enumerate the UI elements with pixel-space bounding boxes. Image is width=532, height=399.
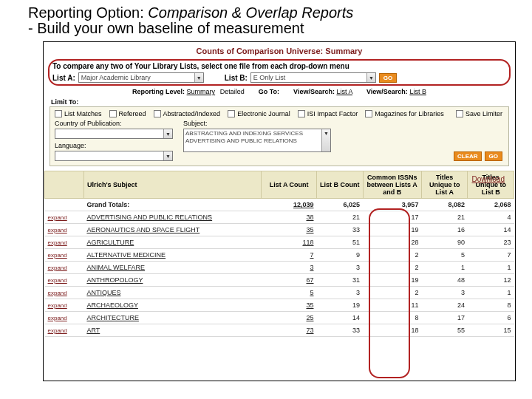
chevron-down-icon: ▼ xyxy=(163,151,172,160)
chk-save-limiter[interactable]: Save Limiter xyxy=(456,110,502,117)
chk-refereed[interactable]: Refereed xyxy=(109,110,146,117)
checkbox-icon xyxy=(365,110,372,117)
checkbox-icon xyxy=(298,110,305,117)
expand-link[interactable]: expand xyxy=(45,224,84,236)
compare-bar: To compare any two of Your Library Lists… xyxy=(48,59,511,86)
unique-b-count: 1 xyxy=(468,262,514,274)
goto-label: Go To: xyxy=(259,88,279,95)
table-row: expandART7333185515 xyxy=(45,324,514,337)
unique-b-count: 6 xyxy=(468,312,514,324)
title-prefix: Reporting Option: xyxy=(28,4,148,21)
expand-link[interactable]: expand xyxy=(45,299,84,312)
expand-link[interactable]: expand xyxy=(45,287,84,299)
go-button[interactable]: GO xyxy=(379,73,397,83)
list-a-count[interactable]: 35 xyxy=(262,224,317,236)
download-link[interactable]: Download xyxy=(472,175,505,183)
clear-button[interactable]: CLEAR xyxy=(454,151,482,161)
subject-cell[interactable]: AGRICULTURE xyxy=(83,236,262,249)
chk-list-matches[interactable]: List Matches xyxy=(55,110,102,117)
chk-magazines[interactable]: Magazines for Libraries xyxy=(365,110,444,117)
unique-a-count: 5 xyxy=(421,249,468,262)
list-b-label: List B: xyxy=(225,74,248,82)
table-row: expandADVERTISING AND PUBLIC RELATIONS38… xyxy=(45,211,514,224)
expand-link[interactable]: expand xyxy=(45,274,84,287)
list-a-count[interactable]: 118 xyxy=(262,236,317,249)
common-count: 19 xyxy=(363,274,421,287)
col-list-b[interactable]: List B Count xyxy=(316,171,363,199)
subject-cell[interactable]: ART xyxy=(83,324,262,337)
results-table: Ulrich's Subject List A Count List B Cou… xyxy=(44,171,514,337)
expand-link[interactable]: expand xyxy=(45,249,84,262)
list-a-count[interactable]: 35 xyxy=(262,299,317,312)
subject-cell[interactable]: ARCHAEOLOGY xyxy=(83,299,262,312)
list-a-count[interactable]: 38 xyxy=(262,211,317,224)
list-b-count: 19 xyxy=(316,299,363,312)
list-a-count[interactable]: 25 xyxy=(262,312,317,324)
table-row: expandARCHITECTURE25148176 xyxy=(45,312,514,324)
grand-totals-row: Grand Totals: 12,039 6,025 3,957 8,082 2… xyxy=(45,199,514,211)
common-count: 2 xyxy=(363,287,421,299)
subject-cell[interactable]: ADVERTISING AND PUBLIC RELATIONS xyxy=(83,211,262,224)
chk-ejournal[interactable]: Electronic Journal xyxy=(228,110,290,117)
list-b-count: 33 xyxy=(316,224,363,236)
list-b-count: 21 xyxy=(316,211,363,224)
expand-link[interactable]: expand xyxy=(45,211,84,224)
language-select[interactable]: ▼ xyxy=(55,151,173,161)
list-a-label: List A: xyxy=(52,74,75,82)
list-a-count[interactable]: 67 xyxy=(262,274,317,287)
checkbox-icon xyxy=(228,110,235,117)
checkbox-icon xyxy=(154,110,161,117)
chk-abstracted[interactable]: Abstracted/Indexed xyxy=(154,110,221,117)
reporting-level-detailed[interactable]: Detailed xyxy=(220,88,245,95)
list-b-select[interactable]: E Only List ▼ xyxy=(250,72,376,83)
unique-a-count: 90 xyxy=(421,236,468,249)
chk-isi-impact[interactable]: ISI Impact Factor xyxy=(298,110,358,117)
reporting-level-line: Reporting Level: Summary Detailed Go To:… xyxy=(44,88,515,95)
list-a-count[interactable]: 3 xyxy=(262,262,317,274)
unique-b-count: 23 xyxy=(468,236,514,249)
limit-to-label: Limit To: xyxy=(44,97,515,106)
unique-a-count: 1 xyxy=(421,262,468,274)
grand-b: 6,025 xyxy=(316,199,363,211)
unique-b-count: 1 xyxy=(468,287,514,299)
col-list-a[interactable]: List A Count xyxy=(262,171,317,199)
view-search-list-a[interactable]: List A xyxy=(336,88,352,95)
filter-go-button[interactable]: GO xyxy=(485,151,502,161)
title-subtitle: - Build your own baseline of measurement xyxy=(28,20,516,37)
subject-cell[interactable]: ANTHROPOLOGY xyxy=(83,274,262,287)
expand-link[interactable]: expand xyxy=(45,324,84,337)
view-search-b-label: View/Search: xyxy=(366,88,408,95)
subject-cell[interactable]: ANIMAL WELFARE xyxy=(83,262,262,274)
reporting-level-summary[interactable]: Summary xyxy=(187,88,216,95)
grand-label: Grand Totals: xyxy=(83,199,262,211)
view-search-list-b[interactable]: List B xyxy=(409,88,426,95)
list-a-count[interactable]: 5 xyxy=(262,287,317,299)
subject-cell[interactable]: AERONAUTICS AND SPACE FLIGHT xyxy=(83,224,262,236)
chevron-down-icon: ▼ xyxy=(321,129,330,151)
country-select[interactable]: ▼ xyxy=(55,129,173,139)
table-row: expandARCHAEOLOGY351911248 xyxy=(45,299,514,312)
list-a-count[interactable]: 7 xyxy=(262,249,317,262)
expand-link[interactable]: expand xyxy=(45,312,84,324)
col-subject: Ulrich's Subject xyxy=(83,171,262,199)
grand-a[interactable]: 12,039 xyxy=(262,199,317,211)
reporting-level-label: Reporting Level: xyxy=(132,88,185,95)
list-a-select[interactable]: Major Academic Library ▼ xyxy=(78,72,204,83)
unique-b-count: 12 xyxy=(468,274,514,287)
subject-cell[interactable]: ARCHITECTURE xyxy=(83,312,262,324)
expand-link[interactable]: expand xyxy=(45,262,84,274)
col-common[interactable]: Common ISSNs between Lists A and B xyxy=(363,171,421,199)
unique-a-count: 17 xyxy=(421,312,468,324)
title-ital: Comparison & Overlap Reports xyxy=(148,4,353,21)
subject-select[interactable]: ABSTRACTING AND INDEXING SERVICES ADVERT… xyxy=(183,129,331,152)
table-row: expandALTERNATIVE MEDICINE79257 xyxy=(45,249,514,262)
subject-cell[interactable]: ANTIQUES xyxy=(83,287,262,299)
list-a-count[interactable]: 73 xyxy=(262,324,317,337)
list-b-count: 3 xyxy=(316,287,363,299)
expand-link[interactable]: expand xyxy=(45,236,84,249)
list-b-count: 33 xyxy=(316,324,363,337)
table-row: expandANTIQUES53231 xyxy=(45,287,514,299)
table-row: expandANIMAL WELFARE33211 xyxy=(45,262,514,274)
subject-cell[interactable]: ALTERNATIVE MEDICINE xyxy=(83,249,262,262)
col-unique-a[interactable]: Titles Unique to List A xyxy=(421,171,468,199)
